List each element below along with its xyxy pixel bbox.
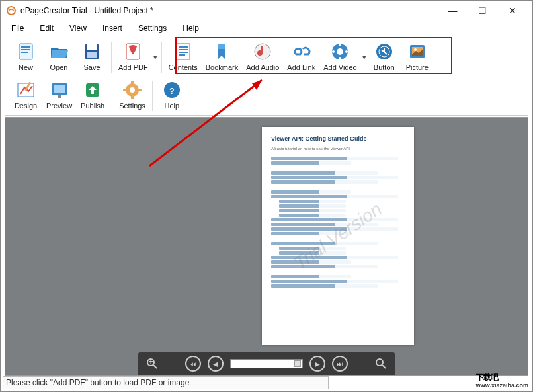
last-button[interactable]: ⏭ (332, 356, 348, 372)
toolbar-container: New Open Save Add PDF ▼ Contents Bookmar… (5, 38, 528, 116)
svg-rect-32 (58, 95, 62, 98)
zoom-out-button[interactable]: - (374, 356, 388, 372)
add-audio-label: Add Audio (246, 63, 279, 71)
preview-icon (49, 79, 70, 100)
toolbar-row-1: New Open Save Add PDF ▼ Contents Bookmar… (5, 38, 528, 77)
bookmark-button[interactable]: Bookmark (202, 40, 243, 73)
toolbar-row-2: Design Preview Publish Settings ? Help (5, 77, 528, 115)
next-button[interactable]: ▶ (309, 356, 325, 372)
separator (152, 81, 153, 111)
page-slider[interactable] (230, 359, 303, 368)
add-pdf-button[interactable]: Add PDF (114, 40, 152, 73)
svg-rect-6 (87, 44, 97, 50)
new-label: New (19, 63, 33, 71)
brand-watermark: 下载吧 www.xiazaiba.com (476, 364, 528, 389)
menu-insert[interactable]: Insert (102, 24, 122, 33)
svg-point-0 (7, 7, 15, 15)
save-button[interactable]: Save (75, 40, 108, 73)
maximize-button[interactable]: ☐ (468, 1, 497, 20)
svg-rect-3 (21, 49, 30, 50)
add-video-dropdown[interactable]: ▼ (361, 47, 368, 68)
svg-point-21 (339, 57, 341, 59)
canvas-area[interactable]: Viewer API: Getting Started Guide A basi… (5, 117, 528, 376)
save-label: Save (83, 63, 100, 71)
document-page[interactable]: Viewer API: Getting Started Guide A basi… (262, 127, 414, 345)
add-video-button[interactable]: Add Video (319, 40, 361, 73)
open-icon (48, 41, 69, 62)
svg-line-48 (382, 365, 386, 368)
minimize-button[interactable]: — (438, 1, 468, 20)
separator (112, 81, 112, 111)
first-button[interactable]: ⏮ (185, 356, 201, 372)
svg-rect-12 (179, 52, 188, 53)
doc-title: Viewer API: Getting Started Guide (271, 135, 405, 143)
menu-settings[interactable]: Settings (138, 24, 167, 33)
svg-line-45 (153, 365, 157, 368)
svg-rect-7 (87, 52, 97, 58)
help-icon: ? (161, 79, 183, 100)
menu-edit[interactable]: Edit (40, 24, 54, 33)
picture-icon (407, 41, 428, 62)
svg-rect-4 (21, 52, 28, 53)
design-button[interactable]: Design (9, 78, 42, 111)
contents-icon (173, 41, 194, 62)
svg-text:?: ? (169, 87, 174, 96)
new-icon (15, 41, 36, 62)
svg-rect-2 (21, 46, 30, 48)
zoom-in-button[interactable]: + (145, 356, 159, 372)
open-label: Open (50, 63, 68, 71)
window-title: ePageCreator Trial - Untitled Project * (20, 6, 438, 15)
add-pdf-dropdown[interactable]: ▼ (152, 47, 159, 68)
slider-thumb[interactable] (294, 360, 301, 367)
status-text: Please click "Add PDF" button to load PD… (6, 378, 189, 387)
settings-label: Settings (119, 102, 145, 110)
window-controls: — ☐ ✕ (438, 1, 527, 20)
add-audio-button[interactable]: Add Audio (242, 40, 283, 73)
svg-point-19 (339, 44, 341, 46)
pdf-icon (122, 41, 144, 62)
publish-icon (82, 79, 103, 100)
svg-text:-: - (378, 358, 381, 366)
doc-subtitle: A basic tutorial on how to use the Viewe… (271, 146, 405, 151)
ui-button-button[interactable]: Button (368, 40, 401, 73)
new-button[interactable]: New (9, 40, 42, 73)
svg-rect-37 (131, 95, 134, 99)
publish-button[interactable]: Publish (76, 78, 109, 111)
svg-point-35 (130, 87, 135, 93)
svg-rect-39 (138, 89, 142, 91)
svg-point-27 (414, 48, 417, 51)
prev-button[interactable]: ◀ (208, 356, 224, 372)
preview-button[interactable]: Preview (42, 78, 76, 111)
svg-point-20 (345, 50, 348, 53)
link-icon (291, 41, 312, 62)
audio-icon (252, 41, 273, 62)
preview-label: Preview (46, 102, 72, 110)
video-icon (329, 41, 350, 62)
svg-point-22 (332, 50, 335, 53)
menu-view[interactable]: View (69, 24, 87, 33)
settings-button[interactable]: Settings (115, 78, 149, 111)
menu-file[interactable]: File (11, 24, 24, 33)
add-link-button[interactable]: Add Link (283, 40, 319, 73)
titlebar: ePageCreator Trial - Untitled Project * … (1, 1, 532, 20)
svg-rect-13 (179, 54, 185, 56)
settings-icon (122, 79, 143, 100)
brand-cn: 下载吧 (476, 373, 498, 382)
brand-url: www.xiazaiba.com (476, 382, 528, 389)
menu-help[interactable]: Help (183, 24, 199, 33)
close-button[interactable]: ✕ (497, 1, 527, 20)
add-link-label: Add Link (287, 63, 315, 71)
open-button[interactable]: Open (42, 40, 75, 73)
help-button[interactable]: ? Help (155, 78, 188, 111)
svg-rect-11 (179, 49, 188, 50)
player-bar: + ⏮ ◀ ▶ ⏭ - (138, 352, 395, 375)
button-icon (374, 41, 395, 62)
svg-rect-38 (123, 89, 127, 91)
bookmark-icon (211, 41, 232, 62)
picture-label: Picture (406, 63, 429, 71)
separator (161, 42, 162, 73)
menubar: File Edit View Insert Settings Help (1, 20, 532, 36)
add-video-label: Add Video (323, 63, 357, 71)
contents-button[interactable]: Contents (165, 40, 202, 73)
picture-button[interactable]: Picture (401, 40, 434, 73)
